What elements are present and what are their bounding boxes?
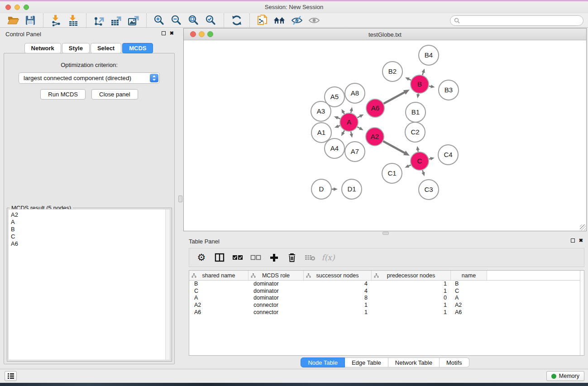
table-settings-button[interactable]: ⚙: [196, 252, 207, 263]
mcds-result-item[interactable]: A2: [11, 211, 170, 219]
graph-node-B[interactable]: B: [411, 75, 429, 93]
tab-network[interactable]: Network: [24, 43, 61, 53]
node-label: A8: [351, 89, 359, 97]
node-label: B4: [425, 51, 433, 59]
delete-column-button[interactable]: [286, 252, 298, 263]
tab-edge-table[interactable]: Edge Table: [345, 357, 388, 367]
show-columns-button[interactable]: [214, 252, 225, 263]
table-row[interactable]: Bdominator41B: [189, 281, 584, 288]
tab-node-table[interactable]: Node Table: [301, 357, 345, 367]
float-panel-icon[interactable]: [571, 238, 575, 243]
graph-node-C2[interactable]: C2: [405, 122, 425, 142]
graph-node-C1[interactable]: C1: [382, 163, 402, 183]
graph-node-B1[interactable]: B1: [406, 102, 425, 122]
create-column-button[interactable]: [268, 252, 280, 263]
graph-node-D1[interactable]: D1: [342, 179, 362, 199]
mcds-result-item[interactable]: A6: [11, 240, 170, 248]
zoom-out-button[interactable]: [170, 14, 183, 27]
graph-edge-arrowhead: [430, 157, 435, 160]
graph-node-A7[interactable]: A7: [345, 142, 365, 162]
hide-graphics-button[interactable]: [290, 14, 304, 27]
zoom-fit-button[interactable]: [187, 14, 201, 27]
close-panel-icon[interactable]: ✖: [579, 238, 583, 243]
search-input[interactable]: [462, 18, 575, 24]
table-row[interactable]: Cdominator41C: [189, 288, 584, 295]
graph-node-C4[interactable]: C4: [438, 145, 458, 165]
graph-node-D[interactable]: D: [311, 179, 331, 199]
deselect-all-button[interactable]: [250, 252, 262, 263]
graph-node-A[interactable]: A: [340, 113, 358, 131]
table-cell: 4: [304, 288, 372, 295]
close-panel-icon[interactable]: ✖: [170, 31, 174, 36]
graph-node-C[interactable]: C: [411, 152, 429, 170]
network-window-titlebar[interactable]: testGlobe.txt: [184, 29, 586, 40]
tab-select[interactable]: Select: [91, 43, 121, 53]
import-network-button[interactable]: [49, 14, 63, 27]
mcds-result-item[interactable]: B: [11, 226, 170, 233]
table-row[interactable]: Adominator80A: [189, 295, 584, 302]
graph-node-A5[interactable]: A5: [325, 87, 344, 107]
graph-edge[interactable]: [383, 92, 405, 104]
save-session-button[interactable]: [24, 14, 37, 27]
graph-node-B3[interactable]: B3: [439, 80, 459, 100]
horizontal-splitter-handle[interactable]: [382, 232, 389, 235]
window-resize-grip[interactable]: [580, 224, 586, 230]
graph-node-A4[interactable]: A4: [325, 138, 344, 158]
function-builder-button[interactable]: f(x): [322, 252, 334, 263]
export-network-button[interactable]: [92, 14, 106, 27]
home-layout-button[interactable]: [273, 14, 287, 27]
close-panel-button[interactable]: Close panel: [91, 89, 138, 100]
graph-edge[interactable]: [357, 127, 360, 129]
criterion-dropdown[interactable]: largest connected component (directed): [19, 72, 160, 84]
vertical-splitter-handle[interactable]: [178, 195, 182, 202]
export-table-button[interactable]: [110, 14, 123, 27]
graph-node-A6[interactable]: A6: [366, 99, 384, 117]
graph-node-A8[interactable]: A8: [345, 83, 365, 103]
open-session-button[interactable]: [6, 14, 20, 27]
network-graph[interactable]: AA1A2A3A4A5A6A7A8BB1B2B3B4CC1C2C3C4DD1: [184, 40, 586, 231]
table-row[interactable]: A2connector11A2: [189, 302, 584, 309]
column-header-successor-nodes[interactable]: successor nodes: [304, 271, 372, 281]
column-header-shared-name[interactable]: shared name: [189, 271, 249, 281]
graph-edge[interactable]: [358, 116, 361, 118]
mcds-list-scrollbar[interactable]: [165, 210, 170, 360]
zoom-selected-button[interactable]: [204, 14, 218, 27]
graph-edge[interactable]: [408, 165, 411, 166]
show-panels-button[interactable]: [5, 371, 17, 381]
column-header-name[interactable]: name: [451, 271, 487, 281]
delete-table-button[interactable]: [304, 252, 316, 263]
table-cell: A6: [189, 309, 249, 316]
select-all-button[interactable]: [232, 252, 244, 263]
graph-edge[interactable]: [383, 141, 405, 153]
refresh-view-button[interactable]: [230, 14, 244, 27]
column-header-mcds-role[interactable]: MCDS role: [249, 271, 304, 281]
graph-edge-arrowhead: [335, 124, 339, 128]
show-graphics-button[interactable]: [307, 14, 321, 27]
table-scrollbar[interactable]: [580, 271, 584, 355]
column-header-predecessor-nodes[interactable]: predecessor nodes: [372, 271, 451, 281]
tab-style[interactable]: Style: [62, 43, 90, 53]
graph-edge[interactable]: [422, 72, 423, 75]
graph-node-B2[interactable]: B2: [382, 62, 402, 81]
export-image-button[interactable]: [127, 14, 140, 27]
memory-button[interactable]: Memory: [546, 371, 584, 381]
node-label: C3: [424, 186, 433, 193]
float-panel-icon[interactable]: [162, 31, 166, 35]
mcds-result-item[interactable]: A: [11, 219, 170, 226]
tab-motifs[interactable]: Motifs: [440, 357, 469, 367]
table-row[interactable]: A6connector11A6: [189, 309, 584, 316]
tab-mcds[interactable]: MCDS: [122, 43, 153, 53]
mcds-result-item[interactable]: C: [11, 233, 170, 240]
run-mcds-button[interactable]: Run MCDS: [40, 89, 86, 100]
graph-node-B4[interactable]: B4: [419, 45, 439, 65]
zoom-in-button[interactable]: [153, 14, 166, 27]
import-table-button[interactable]: [67, 14, 80, 27]
graph-node-A1[interactable]: A1: [311, 123, 331, 143]
trash-icon: [288, 253, 296, 262]
clone-network-button[interactable]: [256, 14, 269, 27]
graph-node-A2[interactable]: A2: [366, 128, 384, 146]
graph-edge-arrowhead: [421, 69, 425, 73]
graph-node-C3[interactable]: C3: [419, 180, 439, 200]
tab-network-table[interactable]: Network Table: [388, 357, 440, 367]
search-field[interactable]: [450, 15, 583, 26]
